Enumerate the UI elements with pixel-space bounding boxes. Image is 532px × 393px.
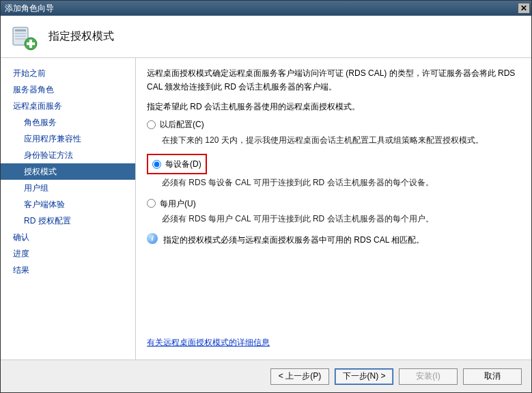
svg-rect-3 — [15, 36, 26, 37]
page-title: 指定授权模式 — [48, 29, 114, 44]
radio-desc: 必须有 RDS 每用户 CAL 可用于连接到此 RD 会话主机服务器的每个用户。 — [162, 212, 520, 226]
sidebar-step[interactable]: 确认 — [1, 229, 135, 245]
sidebar-step[interactable]: 结果 — [1, 262, 135, 278]
wizard-sidebar: 开始之前服务器角色远程桌面服务角色服务应用程序兼容性身份验证方法授权模式用户组客… — [1, 58, 136, 360]
info-text: 指定的授权模式必须与远程桌面授权服务器中可用的 RDS CAL 相匹配。 — [163, 233, 424, 247]
radio-later[interactable] — [147, 120, 156, 129]
info-row: i 指定的授权模式必须与远程桌面授权服务器中可用的 RDS CAL 相匹配。 — [147, 233, 520, 247]
svg-rect-7 — [27, 42, 35, 45]
radio-label: 每用户(U) — [160, 197, 196, 211]
radio-label: 以后配置(C) — [160, 118, 204, 131]
close-button[interactable]: ✕ — [518, 3, 530, 14]
install-button: 安装(I) — [399, 368, 458, 385]
svg-rect-2 — [15, 33, 26, 34]
intro-text-2: 指定希望此 RD 会话主机服务器使用的远程桌面授权模式。 — [147, 100, 520, 113]
radio-desc: 在接下来的 120 天内，提示我使用远程桌面会话主机配置工具或组策略来配置授权模… — [162, 133, 520, 147]
radio-option-device[interactable]: 每设备(D) — [147, 154, 207, 174]
radio-user[interactable] — [147, 199, 156, 208]
wizard-footer: < 上一步(P) 下一步(N) > 安装(I) 取消 — [1, 360, 531, 392]
radio-desc: 必须有 RDS 每设备 CAL 可用于连接到此 RD 会话主机服务器的每个设备。 — [162, 176, 520, 189]
sidebar-step[interactable]: 用户组 — [1, 180, 135, 196]
wizard-header: 指定授权模式 — [1, 16, 531, 58]
sidebar-step[interactable]: 开始之前 — [1, 65, 135, 81]
radio-option-user[interactable]: 每用户(U) — [147, 197, 520, 211]
prev-button[interactable]: < 上一步(P) — [270, 368, 329, 385]
window-title: 添加角色向导 — [5, 3, 54, 14]
next-button[interactable]: 下一步(N) > — [335, 368, 393, 385]
radio-option-later[interactable]: 以后配置(C) — [147, 118, 520, 131]
cancel-button[interactable]: 取消 — [463, 368, 522, 385]
info-icon: i — [147, 233, 158, 244]
svg-rect-1 — [15, 29, 26, 31]
radio-device[interactable] — [152, 160, 161, 169]
wizard-content: 远程桌面授权模式确定远程桌面服务客户端访问许可证 (RDS CAL) 的类型，许… — [136, 58, 531, 360]
sidebar-step[interactable]: RD 授权配置 — [1, 213, 135, 229]
sidebar-step[interactable]: 应用程序兼容性 — [1, 131, 135, 147]
intro-text-1: 远程桌面授权模式确定远程桌面服务客户端访问许可证 (RDS CAL) 的类型，许… — [147, 66, 520, 94]
sidebar-step[interactable]: 进度 — [1, 245, 135, 262]
sidebar-step[interactable]: 身份验证方法 — [1, 147, 135, 163]
sidebar-step[interactable]: 客户端体验 — [1, 196, 135, 213]
radio-label: 每设备(D) — [165, 157, 201, 171]
sidebar-step[interactable]: 远程桌面服务 — [1, 98, 135, 114]
details-link[interactable]: 有关远程桌面授权模式的详细信息 — [147, 336, 270, 349]
sidebar-step[interactable]: 服务器角色 — [1, 81, 135, 98]
svg-rect-4 — [15, 38, 26, 40]
titlebar: 添加角色向导 ✕ — [1, 1, 531, 16]
wizard-icon — [10, 23, 38, 51]
sidebar-step[interactable]: 授权模式 — [1, 163, 135, 180]
sidebar-step[interactable]: 角色服务 — [1, 114, 135, 131]
